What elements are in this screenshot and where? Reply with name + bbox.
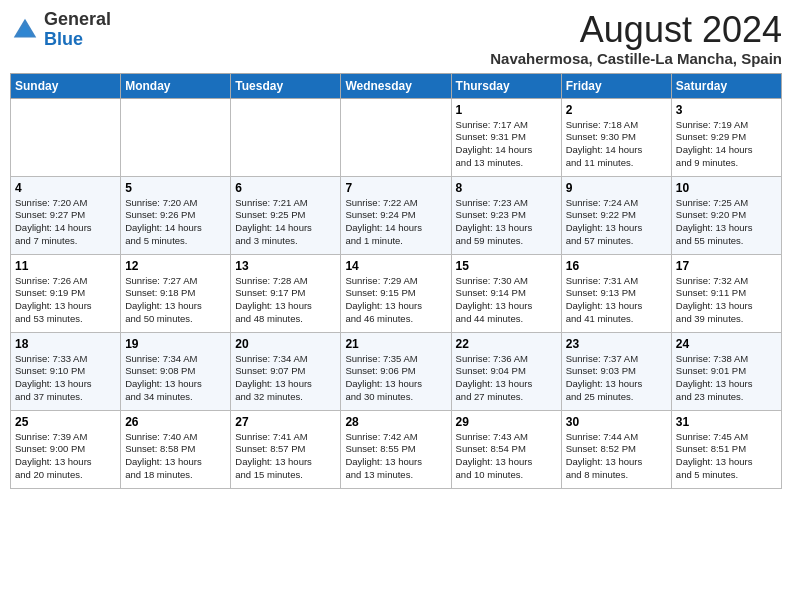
day-number: 30 [566,415,667,429]
day-info: Sunrise: 7:20 AM Sunset: 9:27 PM Dayligh… [15,197,116,248]
calendar-cell: 26Sunrise: 7:40 AM Sunset: 8:58 PM Dayli… [121,410,231,488]
day-number: 3 [676,103,777,117]
day-info: Sunrise: 7:21 AM Sunset: 9:25 PM Dayligh… [235,197,336,248]
calendar-cell [231,98,341,176]
day-info: Sunrise: 7:39 AM Sunset: 9:00 PM Dayligh… [15,431,116,482]
calendar-cell: 12Sunrise: 7:27 AM Sunset: 9:18 PM Dayli… [121,254,231,332]
day-info: Sunrise: 7:45 AM Sunset: 8:51 PM Dayligh… [676,431,777,482]
day-info: Sunrise: 7:33 AM Sunset: 9:10 PM Dayligh… [15,353,116,404]
calendar-week-row: 4Sunrise: 7:20 AM Sunset: 9:27 PM Daylig… [11,176,782,254]
dow-header: Wednesday [341,73,451,98]
day-number: 8 [456,181,557,195]
calendar-week-row: 11Sunrise: 7:26 AM Sunset: 9:19 PM Dayli… [11,254,782,332]
day-info: Sunrise: 7:28 AM Sunset: 9:17 PM Dayligh… [235,275,336,326]
day-number: 29 [456,415,557,429]
day-number: 4 [15,181,116,195]
day-number: 2 [566,103,667,117]
day-info: Sunrise: 7:18 AM Sunset: 9:30 PM Dayligh… [566,119,667,170]
calendar-cell: 1Sunrise: 7:17 AM Sunset: 9:31 PM Daylig… [451,98,561,176]
calendar-cell [11,98,121,176]
day-number: 14 [345,259,446,273]
calendar-cell: 18Sunrise: 7:33 AM Sunset: 9:10 PM Dayli… [11,332,121,410]
day-number: 19 [125,337,226,351]
logo-blue: Blue [44,29,83,49]
calendar-cell: 7Sunrise: 7:22 AM Sunset: 9:24 PM Daylig… [341,176,451,254]
calendar-cell: 25Sunrise: 7:39 AM Sunset: 9:00 PM Dayli… [11,410,121,488]
day-number: 15 [456,259,557,273]
day-number: 26 [125,415,226,429]
day-info: Sunrise: 7:44 AM Sunset: 8:52 PM Dayligh… [566,431,667,482]
day-info: Sunrise: 7:25 AM Sunset: 9:20 PM Dayligh… [676,197,777,248]
day-info: Sunrise: 7:41 AM Sunset: 8:57 PM Dayligh… [235,431,336,482]
calendar-cell: 23Sunrise: 7:37 AM Sunset: 9:03 PM Dayli… [561,332,671,410]
calendar-cell: 30Sunrise: 7:44 AM Sunset: 8:52 PM Dayli… [561,410,671,488]
calendar-cell: 11Sunrise: 7:26 AM Sunset: 9:19 PM Dayli… [11,254,121,332]
calendar-cell: 5Sunrise: 7:20 AM Sunset: 9:26 PM Daylig… [121,176,231,254]
calendar-cell [121,98,231,176]
day-info: Sunrise: 7:32 AM Sunset: 9:11 PM Dayligh… [676,275,777,326]
logo: General Blue [10,10,111,50]
calendar-cell: 6Sunrise: 7:21 AM Sunset: 9:25 PM Daylig… [231,176,341,254]
day-info: Sunrise: 7:35 AM Sunset: 9:06 PM Dayligh… [345,353,446,404]
title-area: August 2024 Navahermosa, Castille-La Man… [490,10,782,67]
calendar-cell: 10Sunrise: 7:25 AM Sunset: 9:20 PM Dayli… [671,176,781,254]
day-number: 9 [566,181,667,195]
dow-header: Saturday [671,73,781,98]
logo-general: General [44,9,111,29]
day-info: Sunrise: 7:17 AM Sunset: 9:31 PM Dayligh… [456,119,557,170]
dow-header: Sunday [11,73,121,98]
calendar-week-row: 25Sunrise: 7:39 AM Sunset: 9:00 PM Dayli… [11,410,782,488]
dow-header: Thursday [451,73,561,98]
calendar-cell: 31Sunrise: 7:45 AM Sunset: 8:51 PM Dayli… [671,410,781,488]
calendar-cell: 22Sunrise: 7:36 AM Sunset: 9:04 PM Dayli… [451,332,561,410]
day-info: Sunrise: 7:30 AM Sunset: 9:14 PM Dayligh… [456,275,557,326]
day-number: 11 [15,259,116,273]
day-info: Sunrise: 7:19 AM Sunset: 9:29 PM Dayligh… [676,119,777,170]
day-info: Sunrise: 7:29 AM Sunset: 9:15 PM Dayligh… [345,275,446,326]
day-number: 18 [15,337,116,351]
day-number: 17 [676,259,777,273]
day-number: 12 [125,259,226,273]
day-info: Sunrise: 7:36 AM Sunset: 9:04 PM Dayligh… [456,353,557,404]
calendar-cell: 16Sunrise: 7:31 AM Sunset: 9:13 PM Dayli… [561,254,671,332]
day-number: 22 [456,337,557,351]
dow-header: Tuesday [231,73,341,98]
day-info: Sunrise: 7:31 AM Sunset: 9:13 PM Dayligh… [566,275,667,326]
day-number: 13 [235,259,336,273]
day-number: 31 [676,415,777,429]
day-number: 21 [345,337,446,351]
day-info: Sunrise: 7:43 AM Sunset: 8:54 PM Dayligh… [456,431,557,482]
dow-header: Monday [121,73,231,98]
month-title: August 2024 [490,10,782,50]
calendar-cell: 24Sunrise: 7:38 AM Sunset: 9:01 PM Dayli… [671,332,781,410]
day-info: Sunrise: 7:40 AM Sunset: 8:58 PM Dayligh… [125,431,226,482]
calendar-week-row: 18Sunrise: 7:33 AM Sunset: 9:10 PM Dayli… [11,332,782,410]
calendar-week-row: 1Sunrise: 7:17 AM Sunset: 9:31 PM Daylig… [11,98,782,176]
calendar-cell: 28Sunrise: 7:42 AM Sunset: 8:55 PM Dayli… [341,410,451,488]
day-number: 6 [235,181,336,195]
calendar-cell: 20Sunrise: 7:34 AM Sunset: 9:07 PM Dayli… [231,332,341,410]
day-number: 24 [676,337,777,351]
logo-text: General Blue [44,10,111,50]
day-number: 5 [125,181,226,195]
calendar-cell: 4Sunrise: 7:20 AM Sunset: 9:27 PM Daylig… [11,176,121,254]
calendar-cell: 15Sunrise: 7:30 AM Sunset: 9:14 PM Dayli… [451,254,561,332]
day-number: 27 [235,415,336,429]
logo-icon [10,15,40,45]
day-number: 23 [566,337,667,351]
calendar-cell: 9Sunrise: 7:24 AM Sunset: 9:22 PM Daylig… [561,176,671,254]
days-of-week-row: SundayMondayTuesdayWednesdayThursdayFrid… [11,73,782,98]
day-number: 25 [15,415,116,429]
day-number: 28 [345,415,446,429]
day-info: Sunrise: 7:27 AM Sunset: 9:18 PM Dayligh… [125,275,226,326]
calendar-cell: 17Sunrise: 7:32 AM Sunset: 9:11 PM Dayli… [671,254,781,332]
day-info: Sunrise: 7:22 AM Sunset: 9:24 PM Dayligh… [345,197,446,248]
location-title: Navahermosa, Castille-La Mancha, Spain [490,50,782,67]
page-header: General Blue August 2024 Navahermosa, Ca… [10,10,782,67]
day-number: 1 [456,103,557,117]
day-info: Sunrise: 7:24 AM Sunset: 9:22 PM Dayligh… [566,197,667,248]
calendar-cell: 29Sunrise: 7:43 AM Sunset: 8:54 PM Dayli… [451,410,561,488]
calendar-cell: 27Sunrise: 7:41 AM Sunset: 8:57 PM Dayli… [231,410,341,488]
day-number: 20 [235,337,336,351]
day-info: Sunrise: 7:23 AM Sunset: 9:23 PM Dayligh… [456,197,557,248]
